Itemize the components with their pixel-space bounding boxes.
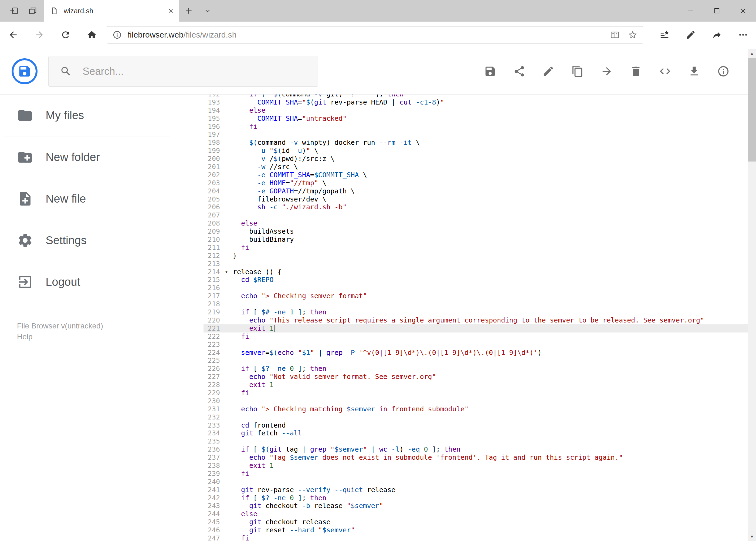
tab-list-chevron-icon[interactable] — [198, 0, 217, 22]
help-link[interactable]: Help — [17, 331, 173, 342]
filebrowser-logo[interactable] — [12, 58, 38, 84]
code-editor[interactable]: 192 if [ "$(command -v git)" != "" ]; th… — [173, 95, 756, 541]
code-line[interactable]: 221 exit 1 — [203, 324, 756, 332]
code-line[interactable]: 230 — [203, 397, 756, 405]
code-line[interactable]: 207 — [203, 211, 756, 219]
code-line[interactable]: 231 echo "> Checking matching $semver in… — [203, 405, 756, 413]
site-info-icon[interactable] — [113, 30, 122, 39]
code-line[interactable]: 224 semver=$(echo "$1" | grep -P '^v(0|[… — [203, 349, 756, 357]
set-tabs-aside-icon[interactable] — [4, 0, 23, 22]
fold-marker-icon[interactable]: ▾ — [220, 268, 233, 276]
code-line[interactable]: 218 — [203, 300, 756, 308]
maximize-button[interactable] — [704, 0, 730, 22]
code-line[interactable]: 240 — [203, 478, 756, 486]
code-line[interactable]: 246 git reset --hard "$semver" — [203, 526, 756, 534]
delete-button[interactable] — [621, 48, 650, 95]
code-line[interactable]: 244 else — [203, 510, 756, 518]
move-button[interactable] — [592, 48, 621, 95]
sidebar-item-logout[interactable]: Logout — [0, 261, 173, 303]
more-options-icon[interactable] — [730, 22, 756, 48]
code-line[interactable]: 196 fi — [203, 123, 756, 131]
copy-button[interactable] — [563, 48, 592, 95]
forward-button[interactable] — [26, 22, 52, 48]
code-line[interactable]: 203 -e HOME="//tmp" \ — [203, 179, 756, 187]
code-line[interactable]: 228 exit 1 — [203, 381, 756, 389]
code-line[interactable]: 236 if [ $(git tag | grep "$semver" | wc… — [203, 445, 756, 453]
code-line[interactable]: 198 $(command -v winpty) docker run --rm… — [203, 139, 756, 147]
code-line[interactable]: 237 echo "Tag $semver does not exist in … — [203, 453, 756, 462]
code-line[interactable]: 212} — [203, 252, 756, 260]
tab-close-icon[interactable] — [167, 7, 174, 14]
code-line[interactable]: 229 fi — [203, 389, 756, 397]
new-tab-button[interactable] — [179, 0, 198, 22]
hub-favorites-icon[interactable] — [651, 22, 677, 48]
code-line[interactable]: 194 else — [203, 106, 756, 115]
code-line[interactable]: 233 cd frontend — [203, 421, 756, 429]
rename-button[interactable] — [534, 48, 563, 95]
favorite-star-icon[interactable] — [628, 30, 637, 40]
code-line[interactable]: 204 -e GOPATH=//tmp/gopath \ — [203, 187, 756, 195]
tabs-set-aside-icon[interactable] — [23, 0, 42, 22]
download-button[interactable] — [680, 48, 709, 95]
source-view-button[interactable] — [650, 48, 680, 95]
code-line[interactable]: 241 git rev-parse --verify --quiet relea… — [203, 486, 756, 494]
search-input[interactable] — [83, 66, 310, 77]
code-line[interactable]: 239 fi — [203, 470, 756, 478]
code-line[interactable]: 210 buildBinary — [203, 236, 756, 244]
code-line[interactable]: 205 filebrowser/dev \ — [203, 195, 756, 204]
code-line[interactable]: 223 — [203, 340, 756, 349]
code-line[interactable]: 235 — [203, 437, 756, 445]
refresh-button[interactable] — [52, 22, 79, 48]
code-line[interactable]: 226 if [ $? -ne 0 ]; then — [203, 365, 756, 373]
reading-view-icon[interactable] — [610, 30, 620, 40]
code-line[interactable]: 238 exit 1 — [203, 462, 756, 470]
code-line[interactable]: 219 if [ $# -ne 1 ]; then — [203, 308, 756, 316]
address-bar[interactable]: filebrowser.web/files/wizard.sh — [107, 26, 643, 44]
sidebar-item-new-file[interactable]: New file — [0, 178, 173, 220]
info-button[interactable] — [709, 48, 738, 95]
code-line[interactable]: 215 cd $REPO — [203, 276, 756, 284]
code-line[interactable]: 217 echo "> Checking semver format" — [203, 292, 756, 300]
code-line[interactable]: 211 fi — [203, 244, 756, 252]
code-line[interactable]: 209 buildAssets — [203, 228, 756, 236]
code-line[interactable]: 193 COMMIT_SHA="$(git rev-parse HEAD | c… — [203, 98, 756, 106]
code-line[interactable]: 214▾release () { — [203, 268, 756, 276]
scrollbar-thumb[interactable] — [748, 58, 756, 162]
home-button[interactable] — [79, 22, 105, 48]
code-line[interactable]: 206 sh -c "./wizard.sh -b" — [203, 203, 756, 211]
code-line[interactable]: 220 echo "This release script requires a… — [203, 316, 756, 324]
close-button[interactable] — [730, 0, 756, 22]
code-line[interactable]: 201 -w //src \ — [203, 163, 756, 171]
code-line[interactable]: 227 echo "Not valid semver format. See s… — [203, 373, 756, 381]
sidebar-item-new-folder[interactable]: New folder — [0, 136, 173, 178]
sidebar-item-settings[interactable]: Settings — [0, 220, 173, 261]
save-button[interactable] — [476, 48, 505, 95]
code-line[interactable]: 245 git checkout release — [203, 518, 756, 526]
scroll-down-icon[interactable]: ▼ — [748, 532, 756, 541]
back-button[interactable] — [0, 22, 26, 48]
code-line[interactable]: 242 if [ $? -ne 0 ]; then — [203, 494, 756, 502]
search-bar[interactable] — [48, 56, 318, 87]
code-line[interactable]: 195 COMMIT_SHA="untracked" — [203, 115, 756, 123]
code-line[interactable]: 243 git checkout -b release "$semver" — [203, 502, 756, 510]
code-line[interactable]: 208 else — [203, 219, 756, 228]
code-line[interactable]: 199 -u "$(id -u)" \ — [203, 147, 756, 155]
code-line[interactable]: 213 — [203, 260, 756, 268]
code-line[interactable]: 200 -v /$(pwd):/src:z \ — [203, 155, 756, 163]
code-line[interactable]: 202 -e COMMIT_SHA=$COMMIT_SHA \ — [203, 171, 756, 179]
code-line[interactable]: 197 — [203, 131, 756, 139]
browser-tab[interactable]: wizard.sh — [44, 0, 179, 22]
code-line[interactable]: 222 fi — [203, 332, 756, 340]
sidebar-item-my-files[interactable]: My files — [0, 95, 173, 136]
web-note-pen-icon[interactable] — [677, 22, 704, 48]
code-line[interactable]: 247 fi — [203, 534, 756, 541]
code-line[interactable]: 216 — [203, 284, 756, 292]
share-button[interactable] — [505, 48, 534, 95]
scroll-up-icon[interactable]: ▲ — [748, 49, 756, 58]
vertical-scrollbar[interactable]: ▲ ▼ — [748, 49, 756, 541]
minimize-button[interactable] — [677, 0, 704, 22]
code-line[interactable]: 192 if [ "$(command -v git)" != "" ]; th… — [203, 95, 756, 98]
code-line[interactable]: 232 — [203, 413, 756, 421]
share-icon[interactable] — [704, 22, 730, 48]
code-line[interactable]: 225 — [203, 356, 756, 365]
